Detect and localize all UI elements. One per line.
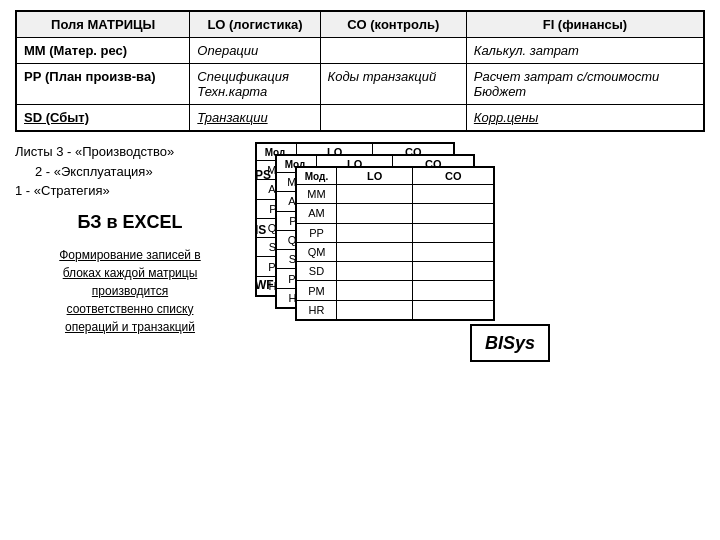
cell xyxy=(413,185,494,204)
cell xyxy=(337,204,413,223)
cell xyxy=(413,262,494,281)
cell xyxy=(413,281,494,300)
left-text-panel: Листы 3 - «Производство» 2 - «Эксплуатац… xyxy=(15,142,245,530)
row1-col3 xyxy=(320,38,466,64)
cell xyxy=(337,300,413,319)
cell xyxy=(337,242,413,261)
table-row: ММ (Матер. рес) Операции Калькул. затрат xyxy=(16,38,704,64)
mod-header-front: Мод. xyxy=(297,168,337,185)
diagram-section: Мод. LO CO ММ АМ xyxy=(255,142,705,530)
forming-line2: блоках каждой матрицы xyxy=(15,264,245,282)
main-container: Поля МАТРИЦЫ LO (логистика) CO (контроль… xyxy=(0,0,720,540)
forming-line5: операций и транзакций xyxy=(15,318,245,336)
table-row: ММ xyxy=(297,185,494,204)
cell xyxy=(413,204,494,223)
cell: РМ xyxy=(297,281,337,300)
bottom-section: Листы 3 - «Производство» 2 - «Эксплуатац… xyxy=(15,142,705,530)
side-label-ps: PS xyxy=(255,168,274,182)
excel-title: БЗ в EXCEL xyxy=(15,209,245,236)
co-header-front: CO xyxy=(413,168,494,185)
inner-table-front: Мод. LO CO ММ АМ РР QM SD РМ xyxy=(296,167,494,320)
table-row: АМ xyxy=(297,204,494,223)
cell: SD xyxy=(297,262,337,281)
cell: ММ xyxy=(297,185,337,204)
cell xyxy=(337,281,413,300)
col-header-4: FI (финансы) xyxy=(466,11,704,38)
row2-col1: РР (План произв-ва) xyxy=(16,64,190,105)
row3-col2: Транзакции xyxy=(190,105,320,132)
table-row: РР (План произв-ва) Спецификация Техн.ка… xyxy=(16,64,704,105)
cell xyxy=(413,300,494,319)
forming-line3: производится xyxy=(15,282,245,300)
cell xyxy=(413,242,494,261)
matrix-table: Поля МАТРИЦЫ LO (логистика) CO (контроль… xyxy=(15,10,705,132)
forming-line1: Формирование записей в xyxy=(15,246,245,264)
sheets-line1: Листы 3 - «Производство» xyxy=(15,142,245,162)
table-row: РР xyxy=(297,223,494,242)
col-header-1: Поля МАТРИЦЫ xyxy=(16,11,190,38)
cell: РР xyxy=(297,223,337,242)
table-row: HR xyxy=(297,300,494,319)
row2-col3: Коды транзакций xyxy=(320,64,466,105)
row1-col4: Калькул. затрат xyxy=(466,38,704,64)
side-label-is: IS xyxy=(255,223,274,237)
cell: QM xyxy=(297,242,337,261)
cell: АМ xyxy=(297,204,337,223)
forming-info: Формирование записей в блоках каждой мат… xyxy=(15,246,245,336)
sheets-info: Листы 3 - «Производство» 2 - «Эксплуатац… xyxy=(15,142,245,201)
col-header-3: CO (контроль) xyxy=(320,11,466,38)
row3-col3 xyxy=(320,105,466,132)
forming-line4: соответственно списку xyxy=(15,300,245,318)
row3-col4: Корр.цены xyxy=(466,105,704,132)
cell xyxy=(337,223,413,242)
bisys-box: BISys xyxy=(470,324,550,362)
sheets-line3: 1 - «Стратегия» xyxy=(15,181,245,201)
table-row: QM xyxy=(297,242,494,261)
sheets-line2: 2 - «Эксплуатация» xyxy=(15,162,245,182)
cell xyxy=(413,223,494,242)
row1-col2: Операции xyxy=(190,38,320,64)
lo-header-front: LO xyxy=(337,168,413,185)
cell xyxy=(337,185,413,204)
table-row: SD xyxy=(297,262,494,281)
row2-col4: Расчет затрат с/стоимости Бюджет xyxy=(466,64,704,105)
col-header-2: LO (логистика) xyxy=(190,11,320,38)
row1-col1: ММ (Матер. рес) xyxy=(16,38,190,64)
table-row: SD (Сбыт) Транзакции Корр.цены xyxy=(16,105,704,132)
side-label-wf: WF xyxy=(255,278,274,292)
diagram-wrapper: Мод. LO CO ММ АМ xyxy=(255,142,555,362)
row2-col2: Спецификация Техн.карта xyxy=(190,64,320,105)
row3-col1: SD (Сбыт) xyxy=(16,105,190,132)
layer-front: Мод. LO CO ММ АМ РР QM SD РМ xyxy=(295,166,495,321)
table-row: РМ xyxy=(297,281,494,300)
cell: HR xyxy=(297,300,337,319)
cell xyxy=(337,262,413,281)
